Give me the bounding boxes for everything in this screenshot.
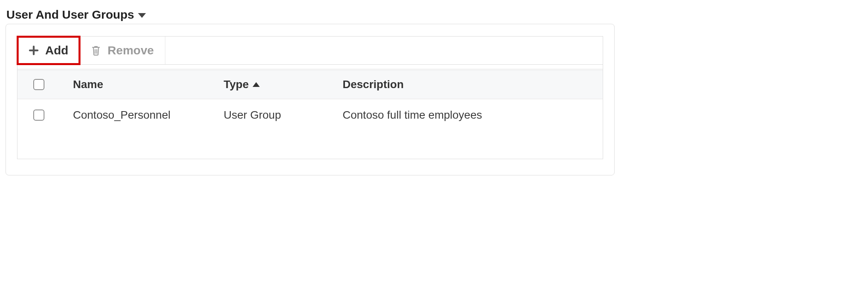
column-header-name-label: Name xyxy=(73,78,103,91)
sort-asc-icon xyxy=(253,82,260,87)
add-button-label: Add xyxy=(45,44,68,57)
plus-icon xyxy=(29,45,39,56)
toolbar: Add Remove xyxy=(17,37,603,65)
table-header: Name Type Description xyxy=(17,70,603,99)
caret-down-icon xyxy=(138,13,146,18)
remove-button[interactable]: Remove xyxy=(80,37,165,64)
cell-name: Contoso_Personnel xyxy=(73,109,224,121)
trash-icon xyxy=(91,44,101,56)
column-header-name[interactable]: Name xyxy=(73,78,224,91)
data-grid: Add Remove Name Type xyxy=(17,36,603,159)
column-header-description[interactable]: Description xyxy=(343,78,603,91)
section-header[interactable]: User And User Groups xyxy=(6,8,862,21)
table-spacer xyxy=(17,131,603,159)
select-all-checkbox[interactable] xyxy=(33,79,44,90)
column-header-type-label: Type xyxy=(224,78,249,91)
panel: Add Remove Name Type xyxy=(6,24,615,175)
add-button[interactable]: Add xyxy=(17,37,80,64)
remove-button-label: Remove xyxy=(107,44,154,57)
column-header-description-label: Description xyxy=(343,78,404,91)
cell-description: Contoso full time employees xyxy=(343,109,603,121)
row-checkbox[interactable] xyxy=(33,110,44,121)
table-row[interactable]: Contoso_Personnel User Group Contoso ful… xyxy=(17,99,603,131)
column-header-type[interactable]: Type xyxy=(224,78,343,91)
section-title: User And User Groups xyxy=(6,8,134,21)
cell-type: User Group xyxy=(224,109,343,121)
